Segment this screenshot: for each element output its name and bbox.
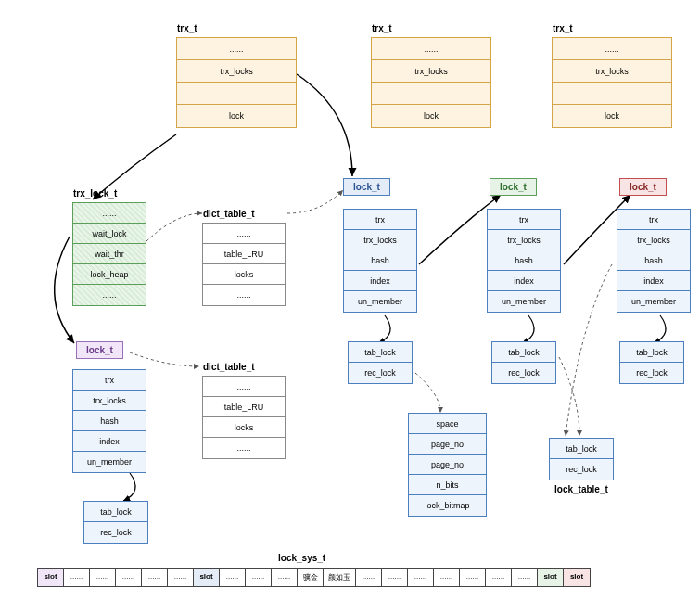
cell-trx-locks: trx_locks (344, 230, 416, 250)
cell-hash: hash (73, 411, 146, 431)
cell: ...... (73, 203, 146, 224)
cell-wait-lock: wait_lock (73, 224, 146, 244)
trx-cell: ...... (553, 38, 671, 60)
cell-index: index (488, 271, 560, 291)
cell-un-member: un_member (617, 291, 690, 312)
cell-hash: hash (488, 250, 560, 271)
slot-dots: ...... (486, 569, 512, 586)
slot-dots: ...... (220, 569, 246, 586)
lock-sub-1: tab_lock rec_lock (83, 501, 148, 544)
lock-sub-3: tab_lock rec_lock (491, 341, 556, 384)
slot-dots: ...... (408, 569, 434, 586)
cell-hash: hash (344, 250, 416, 271)
cell-trx-locks: trx_locks (617, 230, 690, 250)
cell-page-no: page_no (409, 455, 486, 475)
cell-page-no: page_no (409, 434, 486, 455)
cell-trx: trx (488, 210, 560, 230)
slot-dots: ...... (272, 569, 298, 586)
cell-tab-lock: tab_lock (550, 439, 613, 459)
lock-sub-4: tab_lock rec_lock (619, 341, 684, 384)
cell-locks: locks (203, 417, 285, 438)
cell: ...... (203, 285, 285, 305)
lock-sys-slot-row: slot ...... ...... ...... ...... ...... … (37, 568, 591, 587)
lock-t-fields-4: trx trx_locks hash index un_member (617, 209, 691, 313)
cell-trx-locks: trx_locks (488, 230, 560, 250)
cell-index: index (617, 271, 690, 291)
lock-sys-t-label: lock_sys_t (278, 553, 325, 563)
trx-t-box-2: trx_t ...... trx_locks ...... lock (371, 37, 491, 128)
cell-tab-lock: tab_lock (349, 342, 412, 363)
dict-table-t-title: dict_table_t (203, 362, 255, 372)
trx-t-title: trx_t (177, 23, 197, 33)
cell-wait-thr: wait_thr (73, 244, 146, 264)
cell-un-member: un_member (73, 452, 146, 472)
trx-t-title: trx_t (553, 23, 573, 33)
cell-n-bits: n_bits (409, 475, 486, 495)
lock-sub-2: tab_lock rec_lock (348, 341, 413, 384)
trx-t-box-3: trx_t ...... trx_locks ...... lock (552, 37, 672, 128)
cell-rec-lock: rec_lock (349, 363, 412, 383)
trx-cell: ...... (372, 38, 490, 60)
rec-detail-box: space page_no page_no n_bits lock_bitmap (408, 413, 487, 517)
dict-table-t-1: dict_table_t ...... table_LRU locks ....… (202, 223, 286, 306)
slot-dots: ...... (356, 569, 382, 586)
cell-lock-bitmap: lock_bitmap (409, 495, 486, 516)
slot-dots: ...... (512, 569, 538, 586)
cell-trx: trx (617, 210, 690, 230)
lock-table-t-label: lock_table_t (554, 484, 608, 494)
trx-cell: trx_locks (372, 60, 490, 83)
trx-cell: lock (372, 105, 490, 127)
cell-tab-lock: tab_lock (492, 342, 555, 363)
trx-cell: lock (553, 105, 671, 127)
trx-cell-lock: lock (177, 105, 296, 127)
cell-trx: trx (73, 370, 146, 391)
slot-dots: ...... (382, 569, 408, 586)
trx-cell: trx_locks (553, 60, 671, 83)
cell-rec-lock: rec_lock (620, 363, 683, 383)
cell-table-lru: table_LRU (203, 397, 285, 417)
cell-un-member: un_member (488, 291, 560, 312)
slot-dots: ...... (64, 569, 90, 586)
cell-tab-lock: tab_lock (620, 342, 683, 363)
slot-dots: ...... (116, 569, 142, 586)
slot-red: slot (564, 569, 590, 586)
dict-table-t-title: dict_table_t (203, 209, 255, 219)
slot-dots: ...... (434, 569, 460, 586)
trx-cell-trx_locks: trx_locks (177, 60, 296, 83)
cell: ...... (73, 285, 146, 305)
lock-t-fields-1: trx trx_locks hash index un_member (72, 369, 146, 473)
lock-t-header-purple: lock_t (76, 341, 123, 359)
slot-blue: slot (194, 569, 220, 586)
trx-t-box-1: trx_t ...... trx_locks ...... lock (176, 37, 297, 128)
cell-table-lru: table_LRU (203, 244, 285, 264)
cell-trx: trx (344, 210, 416, 230)
slot-dots: ...... (168, 569, 194, 586)
cell-un-member: un_member (344, 291, 416, 312)
trx-cell: ...... (553, 83, 671, 105)
trx-lock-t-title: trx_lock_t (73, 188, 117, 199)
lock-t-header-green: lock_t (490, 178, 537, 196)
cell: ...... (203, 224, 285, 244)
slot-cjk-1: 骥金 (298, 569, 324, 586)
slot-green: slot (538, 569, 564, 586)
cell: ...... (203, 438, 285, 458)
cell-lock-heap: lock_heap (73, 264, 146, 285)
trx-t-title: trx_t (372, 23, 392, 33)
lock-t-header-red: lock_t (619, 178, 667, 196)
cell-rec-lock: rec_lock (492, 363, 555, 383)
slot-dots: ...... (460, 569, 486, 586)
trx-cell: ...... (177, 83, 296, 105)
cell-index: index (344, 271, 416, 291)
trx-lock-t-box: trx_lock_t ...... wait_lock wait_thr loc… (72, 202, 146, 306)
dict-table-t-2: dict_table_t ...... table_LRU locks ....… (202, 376, 286, 459)
cell-tab-lock: tab_lock (84, 502, 147, 522)
lock-t-header-blue: lock_t (343, 178, 390, 196)
slot-dots: ...... (90, 569, 116, 586)
cell-locks: locks (203, 264, 285, 285)
cell-index: index (73, 431, 146, 452)
cell-trx-locks: trx_locks (73, 391, 146, 411)
lock-t-fields-3: trx trx_locks hash index un_member (487, 209, 561, 313)
lock-t-fields-2: trx trx_locks hash index un_member (343, 209, 417, 313)
trx-cell: ...... (177, 38, 296, 60)
slot-dots: ...... (246, 569, 272, 586)
